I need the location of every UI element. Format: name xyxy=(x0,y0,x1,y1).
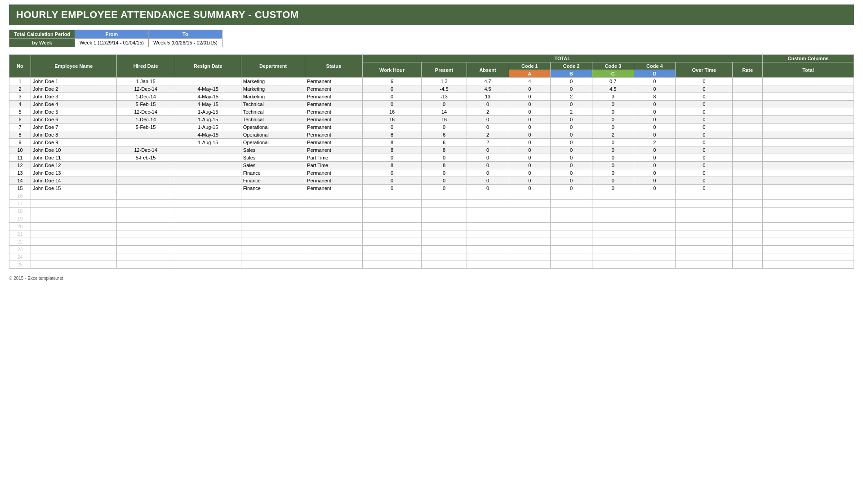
col-department: Department xyxy=(241,55,305,78)
table-row: 20 xyxy=(9,223,854,230)
cell: 0 xyxy=(509,146,551,154)
cell xyxy=(634,200,676,208)
cell: 0 xyxy=(362,124,422,131)
cell xyxy=(592,230,634,238)
cell: 6 xyxy=(9,116,31,124)
cell: Operational xyxy=(241,131,305,139)
cell xyxy=(634,215,676,223)
cell xyxy=(467,253,509,261)
cell: 0 xyxy=(509,177,551,185)
cell: 14 xyxy=(9,177,31,185)
cell: 0 xyxy=(551,78,592,85)
cell xyxy=(175,246,241,253)
cell xyxy=(762,230,854,238)
cell xyxy=(762,162,854,169)
cell: 12-Dec-14 xyxy=(116,146,175,154)
cell xyxy=(551,238,592,246)
cell xyxy=(362,230,422,238)
table-row: 3John Doe 31-Dec-144-May-15MarketingPerm… xyxy=(9,93,854,101)
cell: 16 xyxy=(362,108,422,116)
cell xyxy=(175,78,241,85)
col-hired-date: Hired Date xyxy=(116,55,175,78)
cell: 1-Aug-15 xyxy=(175,124,241,131)
cell: John Doe 6 xyxy=(31,116,117,124)
cell xyxy=(422,230,467,238)
cell xyxy=(733,223,763,230)
cell: 0 xyxy=(551,154,592,162)
cell xyxy=(509,238,551,246)
cell xyxy=(241,246,305,253)
cell: 16 xyxy=(362,116,422,124)
cell: 0 xyxy=(422,124,467,131)
cell: 10 xyxy=(9,146,31,154)
cell: 13 xyxy=(9,169,31,177)
cell: 0 xyxy=(634,162,676,169)
cell: 0 xyxy=(676,162,733,169)
cell xyxy=(762,116,854,124)
cell: Permanent xyxy=(305,139,362,146)
cell xyxy=(175,223,241,230)
cell xyxy=(362,223,422,230)
cell xyxy=(634,253,676,261)
cell xyxy=(362,200,422,208)
cell: 0 xyxy=(362,101,422,108)
cell: 0 xyxy=(676,131,733,139)
cell xyxy=(31,223,117,230)
cell: 0 xyxy=(592,108,634,116)
cell: 0 xyxy=(551,85,592,93)
cell: 0 xyxy=(509,169,551,177)
cell xyxy=(676,230,733,238)
cell: 4-May-15 xyxy=(175,101,241,108)
cell: 2 xyxy=(9,85,31,93)
col-code1: Code 1 xyxy=(509,62,551,70)
cell: 0 xyxy=(551,146,592,154)
cell: 0 xyxy=(509,93,551,101)
cell xyxy=(733,169,763,177)
cell xyxy=(175,200,241,208)
cell: 4-May-15 xyxy=(175,131,241,139)
cell xyxy=(762,78,854,85)
cell xyxy=(762,253,854,261)
cell: 0 xyxy=(634,131,676,139)
cell: 4.7 xyxy=(467,78,509,85)
table-row: 9John Doe 91-Aug-15OperationalPermanent8… xyxy=(9,139,854,146)
cell: 0 xyxy=(362,93,422,101)
cell: Permanent xyxy=(305,101,362,108)
cell xyxy=(305,238,362,246)
cell: 4.5 xyxy=(592,85,634,93)
cell: 3 xyxy=(592,93,634,101)
cell: 0 xyxy=(676,146,733,154)
cell xyxy=(31,238,117,246)
cell xyxy=(509,192,551,200)
footer: © 2015 - Exceltemplate.net xyxy=(9,276,854,281)
cell xyxy=(733,154,763,162)
cell xyxy=(592,208,634,215)
cell xyxy=(634,238,676,246)
cell xyxy=(762,85,854,93)
cell xyxy=(762,223,854,230)
period-label-bottom: by Week xyxy=(9,39,75,47)
cell: 0 xyxy=(467,101,509,108)
cell xyxy=(116,253,175,261)
cell: 16 xyxy=(422,116,467,124)
cell xyxy=(467,215,509,223)
cell: 0 xyxy=(467,169,509,177)
cell: 0 xyxy=(467,177,509,185)
cell: 0 xyxy=(551,139,592,146)
cell xyxy=(762,185,854,192)
cell xyxy=(116,208,175,215)
cell: 0 xyxy=(509,116,551,124)
cell xyxy=(31,253,117,261)
cell xyxy=(676,223,733,230)
table-row: 4John Doe 45-Feb-154-May-15TechnicalPerm… xyxy=(9,101,854,108)
cell xyxy=(762,124,854,131)
cell: 1-Dec-14 xyxy=(116,116,175,124)
cell: Sales xyxy=(241,146,305,154)
cell xyxy=(676,238,733,246)
table-row: 17 xyxy=(9,200,854,208)
cell: Permanent xyxy=(305,85,362,93)
cell xyxy=(733,108,763,116)
cell xyxy=(175,261,241,269)
cell: 4-May-15 xyxy=(175,85,241,93)
cell: 2 xyxy=(551,108,592,116)
